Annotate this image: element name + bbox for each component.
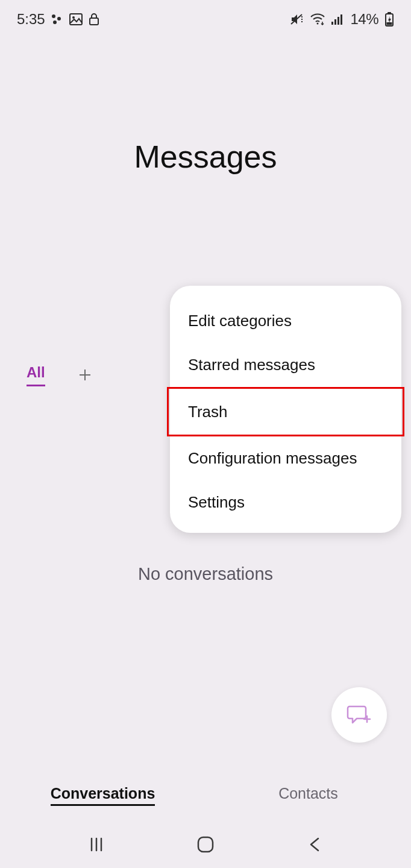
nav-back-button[interactable] — [303, 833, 326, 856]
battery-charging-icon — [384, 12, 394, 27]
svg-point-2 — [53, 20, 57, 24]
overflow-menu: Edit categories Starred messages Trash C… — [170, 286, 401, 533]
status-right: 14% — [290, 11, 394, 28]
svg-point-1 — [57, 17, 61, 20]
tab-contacts-label: Contacts — [278, 785, 338, 802]
signal-icon — [331, 13, 344, 25]
svg-rect-14 — [387, 12, 391, 14]
back-icon — [307, 836, 322, 853]
accessibility-icon — [51, 13, 63, 25]
photo-icon — [69, 13, 83, 26]
svg-rect-10 — [334, 19, 336, 25]
svg-point-8 — [317, 23, 319, 25]
plus-icon — [78, 368, 92, 382]
page-title: Messages — [0, 139, 411, 175]
tab-conversations-label: Conversations — [51, 785, 155, 806]
add-category-button[interactable] — [78, 368, 92, 382]
lock-icon — [89, 13, 99, 26]
menu-item-trash[interactable]: Trash — [167, 387, 404, 436]
status-bar: 5:35 14% — [0, 0, 411, 39]
battery-percent: 14% — [350, 11, 378, 28]
menu-item-configuration-messages[interactable]: Configuration messages — [170, 436, 401, 480]
svg-rect-15 — [387, 22, 392, 25]
svg-rect-5 — [90, 18, 98, 25]
wifi-icon — [310, 13, 325, 25]
status-left: 5:35 — [17, 11, 99, 28]
status-time: 5:35 — [17, 11, 45, 28]
empty-state-text: No conversations — [0, 564, 411, 584]
tab-all[interactable]: All — [27, 364, 45, 386]
svg-point-0 — [52, 14, 55, 18]
compose-button[interactable] — [331, 687, 387, 743]
svg-rect-23 — [198, 837, 213, 852]
menu-item-settings[interactable]: Settings — [170, 480, 401, 524]
nav-recents-button[interactable] — [85, 833, 108, 856]
compose-icon — [346, 702, 372, 728]
tab-contacts[interactable]: Contacts — [206, 785, 411, 802]
svg-rect-11 — [337, 17, 339, 25]
menu-item-edit-categories[interactable]: Edit categories — [170, 299, 401, 343]
home-icon — [196, 835, 215, 854]
svg-point-4 — [72, 16, 75, 19]
menu-item-starred-messages[interactable]: Starred messages — [170, 343, 401, 387]
nav-home-button[interactable] — [194, 833, 217, 856]
svg-rect-12 — [340, 14, 342, 25]
recents-icon — [88, 836, 105, 853]
mute-vibrate-icon — [290, 13, 304, 26]
tab-conversations[interactable]: Conversations — [0, 785, 206, 802]
svg-rect-3 — [70, 14, 82, 25]
svg-rect-9 — [331, 22, 333, 25]
system-nav-bar — [0, 821, 411, 868]
bottom-tab-bar: Conversations Contacts — [0, 776, 411, 810]
